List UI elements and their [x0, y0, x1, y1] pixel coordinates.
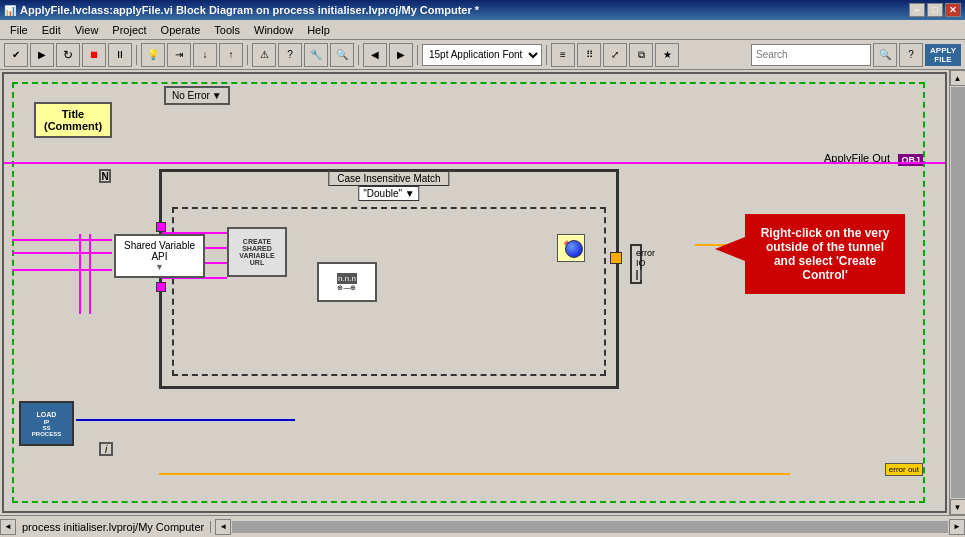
wire-left-3 — [12, 269, 112, 271]
separator-4 — [417, 45, 418, 65]
error-out-label: error out — [889, 465, 919, 474]
align-button[interactable]: ≡ — [551, 43, 575, 67]
wire-vert-left2 — [89, 234, 91, 314]
canvas-area[interactable]: No Error ▼ Title (Comment) OBJ ApplyFile… — [2, 72, 947, 513]
scroll-left-button[interactable]: ◄ — [0, 519, 16, 535]
tunnel-left-4[interactable] — [156, 282, 166, 292]
resize-button[interactable]: ⤢ — [603, 43, 627, 67]
help-button[interactable]: ? — [899, 43, 923, 67]
scrollbar-bottom[interactable]: ◄ process initialiser.lvproj/My Computer… — [0, 515, 965, 537]
block-diagram: No Error ▼ Title (Comment) OBJ ApplyFile… — [4, 74, 945, 511]
scroll-track-vertical[interactable] — [951, 87, 965, 498]
toolbar: ✔ ▶ ↻ ⏹ ⏸ 💡 ⇥ ↓ ↑ ⚠ ? 🔧 🔍 ◀ ▶ 15pt Appli… — [0, 40, 965, 70]
wire-blue-1 — [76, 419, 295, 421]
distrib-button[interactable]: ⠿ — [577, 43, 601, 67]
tunnel-left-1[interactable] — [156, 222, 166, 232]
menu-help[interactable]: Help — [301, 23, 336, 37]
case-structure[interactable]: Case Insensitive Match "Double" ▼ error … — [159, 169, 619, 389]
wire-left-2 — [12, 252, 112, 254]
callout-box: Right-click on the very outside of the t… — [745, 214, 905, 294]
title-comment-box: Title (Comment) — [34, 102, 112, 138]
sphere-icon — [565, 240, 583, 258]
create-sv-label: CREATESHAREDVARIABLEURL — [239, 238, 274, 266]
separator-5 — [546, 45, 547, 65]
run-cont-button[interactable]: ↻ — [56, 43, 80, 67]
step-into-button[interactable]: ↓ — [193, 43, 217, 67]
arr-left-button[interactable]: ◀ — [363, 43, 387, 67]
title-bar: 📊 ApplyFile.lvclass:applyFile.vi Block D… — [0, 0, 965, 20]
reorder-button[interactable]: ⧉ — [629, 43, 653, 67]
case-selector-label: "Double" ▼ — [363, 188, 414, 199]
wire-vert-left — [79, 234, 81, 314]
shared-var-arrow: ▼ — [124, 262, 195, 272]
maximize-button[interactable]: □ — [927, 3, 943, 17]
callout-text: Right-click on the very outside of the t… — [761, 226, 890, 282]
shared-var-box[interactable]: Shared Variable API ▼ — [114, 234, 205, 278]
run-arrow-button[interactable]: ▶ — [30, 43, 54, 67]
error-io-red — [636, 270, 638, 280]
title-comment-line2: (Comment) — [44, 120, 102, 132]
case-title: Case Insensitive Match — [328, 171, 449, 186]
no-error-label: No Error — [172, 90, 210, 101]
menu-view[interactable]: View — [69, 23, 105, 37]
i-label: i — [105, 444, 107, 455]
scroll-down-button[interactable]: ▼ — [950, 499, 966, 515]
search-button[interactable]: 🔍 — [873, 43, 897, 67]
separator-2 — [247, 45, 248, 65]
title-text: 📊 ApplyFile.lvclass:applyFile.vi Block D… — [4, 4, 479, 16]
n-box: N — [99, 169, 111, 183]
window-controls: − □ ✕ — [909, 3, 961, 17]
menu-project[interactable]: Project — [106, 23, 152, 37]
menu-operate[interactable]: Operate — [155, 23, 207, 37]
load-icon: LOAD IPSSPROCESS — [19, 401, 74, 446]
highlight-button[interactable]: 💡 — [141, 43, 165, 67]
tunnel-right-error[interactable] — [610, 252, 622, 264]
step-out-button[interactable]: ↑ — [219, 43, 243, 67]
menu-window[interactable]: Window — [248, 23, 299, 37]
tab-left-button[interactable]: ◄ — [215, 519, 231, 535]
close-button[interactable]: ✕ — [945, 3, 961, 17]
wire-yellow-bottom — [159, 473, 790, 475]
view-button[interactable]: 🔍 — [330, 43, 354, 67]
wire-top — [4, 162, 945, 164]
callout-arrow — [715, 237, 745, 261]
menu-tools[interactable]: Tools — [208, 23, 246, 37]
wire-left-1 — [12, 239, 112, 241]
error-io-box: error IO — [630, 244, 642, 284]
scroll-up-button[interactable]: ▲ — [950, 70, 966, 86]
step-over-button[interactable]: ⇥ — [167, 43, 191, 67]
title-label: ApplyFile.lvclass:applyFile.vi Block Dia… — [20, 4, 479, 16]
obj-connector: OBJ — [898, 154, 923, 166]
n-label: N — [101, 171, 108, 182]
error-out-connector[interactable]: error out — [885, 463, 923, 476]
clean-button[interactable]: 🔧 — [304, 43, 328, 67]
case-selector[interactable]: "Double" ▼ — [358, 186, 419, 201]
scroll-track-horizontal[interactable] — [232, 521, 948, 533]
run-button[interactable]: ✔ — [4, 43, 28, 67]
create-sv-box: CREATESHAREDVARIABLEURL — [227, 227, 287, 277]
apply-file-badge: APPLY FILE — [925, 44, 961, 66]
menu-edit[interactable]: Edit — [36, 23, 67, 37]
separator-3 — [358, 45, 359, 65]
menu-file[interactable]: File — [4, 23, 34, 37]
pause-button[interactable]: ⏸ — [108, 43, 132, 67]
font-selector[interactable]: 15pt Application Font — [422, 44, 542, 66]
extra-btn[interactable]: ★ — [655, 43, 679, 67]
subdiagram-label: n.n.n ⊕—⊕ — [337, 273, 357, 292]
warn-button[interactable]: ⚠ — [252, 43, 276, 67]
no-error-dropdown[interactable]: No Error ▼ — [164, 86, 230, 105]
search-input[interactable] — [751, 44, 871, 66]
minimize-button[interactable]: − — [909, 3, 925, 17]
tab-right-button[interactable]: ► — [949, 519, 965, 535]
shared-var-line1: Shared Variable — [124, 240, 195, 251]
title-comment-line1: Title — [44, 108, 102, 120]
subdiagram-box: n.n.n ⊕—⊕ — [317, 262, 377, 302]
scrollbar-right[interactable]: ▲ ▼ — [949, 70, 965, 515]
abort-button[interactable]: ⏹ — [82, 43, 106, 67]
i-box: i — [99, 442, 113, 456]
menu-bar: File Edit View Project Operate Tools Win… — [0, 20, 965, 40]
no-error-arrow: ▼ — [212, 90, 222, 101]
context-help-button[interactable]: ? — [278, 43, 302, 67]
arr-right-button[interactable]: ▶ — [389, 43, 413, 67]
error-io-yellow — [640, 270, 642, 280]
